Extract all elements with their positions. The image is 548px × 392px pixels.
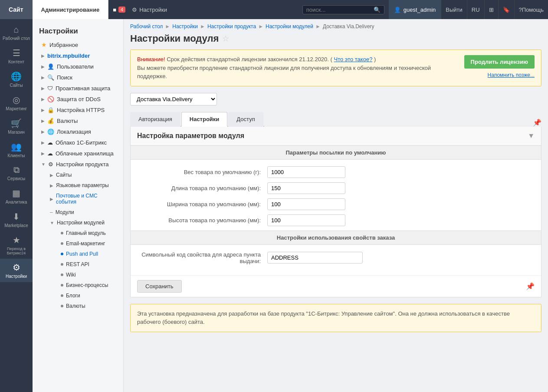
nav-settings[interactable]: ⚙ Настройки (0, 259, 33, 282)
sidebar-item-push-pull[interactable]: Push and Pull (41, 249, 123, 259)
help-label: Помощь (522, 7, 544, 13)
sidebar-item-locale[interactable]: ▶ 🌐 Локализация (33, 126, 123, 137)
width-label: Ширина товара по умолчанию (мм): (137, 201, 267, 208)
dot-wiki (61, 273, 63, 276)
sidebar-item-protection[interactable]: ▶ 🛡 Проактивная защита (33, 83, 123, 94)
pin-icon[interactable]: 📌 (533, 119, 541, 127)
sidebar-item-favorites[interactable]: ★ Избранное (33, 39, 123, 50)
pin-icon2[interactable]: 📌 (526, 282, 535, 290)
save-button[interactable]: Сохранить (137, 280, 182, 293)
nav-sites[interactable]: 🌐 Сайты (0, 68, 33, 91)
height-label: Высота товара по умолчанию (мм): (137, 217, 267, 224)
sidebar-item-modules[interactable]: – Модули (37, 207, 123, 217)
notifications-button[interactable]: ■ 4 (113, 7, 125, 13)
bookmark-icon[interactable]: 🔖 (498, 0, 514, 19)
breadcrumb-module-settings[interactable]: Настройки модулей (266, 23, 313, 30)
page-title-row: Настройки модуля ☆ (130, 33, 541, 44)
search-input[interactable] (306, 7, 371, 13)
height-input[interactable] (267, 214, 345, 226)
sidebar-item-currencies-sub[interactable]: Валюты (41, 301, 123, 311)
nav-analytics[interactable]: ▦ Аналитика (0, 184, 33, 208)
panel-header: Настройка параметров модуля ▼ (131, 127, 541, 145)
nav-clients[interactable]: 👥 Клиенты (0, 138, 33, 161)
tab-access[interactable]: Доступ (228, 112, 263, 127)
arrow-right-icon2: ▶ (41, 64, 45, 69)
panel-collapse-arrow[interactable]: ▼ (528, 132, 535, 140)
nav-content[interactable]: ☰ Контент (0, 44, 33, 68)
btn-row: Сохранить 📌 (131, 275, 541, 297)
length-label: Длина товара по умолчанию (мм): (137, 185, 267, 191)
nav-marketing[interactable]: ◎ Маркетинг (0, 91, 33, 115)
sidebar-item-email-marketing[interactable]: Email-маркетинг (41, 238, 123, 249)
warning-actions: Продлить лицензию Напомнить позже... (464, 55, 535, 78)
nav-analytics-label: Аналитика (6, 200, 27, 204)
arrow-right-sub3: ▶ (50, 197, 53, 201)
sidebar-item-sites-sub[interactable]: ▶ Сайты (37, 170, 123, 180)
sidebar-item-rest-api[interactable]: REST API (41, 259, 123, 270)
sidebar-item-cloud1c[interactable]: ▶ ☁ Облако 1С-Битрикс (33, 137, 123, 148)
nav-marketplace[interactable]: ⬇ Marketplace (0, 208, 33, 231)
user-panel[interactable]: 👤 guest_admin (389, 0, 441, 19)
sidebar-item-ddos[interactable]: ▶ 🚫 Защита от DDоS (33, 94, 123, 105)
sidebar-item-lang-params[interactable]: ▶ Языковые параметры (37, 180, 123, 191)
license-warning: Внимание! Срок действия стандартной лице… (130, 49, 541, 86)
sidebar-item-https[interactable]: ▶ 🔒 Настройка HTTPS (33, 105, 123, 115)
sidebar-sub-product: ▶ Сайты ▶ Языковые параметры ▶ Почтовые … (33, 170, 123, 311)
nav-services[interactable]: ⧉ Сервисы (0, 161, 33, 184)
breadcrumb-home[interactable]: Рабочий стол (130, 23, 163, 30)
favorite-star-icon[interactable]: ☆ (222, 34, 229, 43)
cloud-icon: ☁ (47, 139, 53, 146)
sidebar-item-product-settings[interactable]: ▼ ⚙ Настройки продукта (33, 159, 123, 170)
currency-icon: 💰 (47, 118, 54, 124)
extend-license-button[interactable]: Продлить лицензию (464, 55, 535, 69)
search-bar[interactable]: 🔍 (302, 5, 384, 14)
logout-button[interactable]: Выйти (441, 0, 467, 19)
sidebar-item-biz-processes[interactable]: Бизнес-процессы (41, 280, 123, 290)
what-is-this-link[interactable]: Что это такое? (334, 56, 373, 63)
site-button[interactable]: Сайт (0, 0, 33, 19)
length-input[interactable] (267, 182, 345, 194)
width-input[interactable] (267, 198, 345, 210)
lock-icon: 🔒 (47, 107, 54, 113)
sidebar-item-wiki[interactable]: Wiki (41, 270, 123, 280)
breadcrumb-settings[interactable]: Настройки (172, 23, 198, 30)
sidebar-item-mpbuilder[interactable]: ▶ bitrix.mpbuilder (33, 50, 123, 61)
settings-link[interactable]: ⚙ Настройки (132, 7, 167, 13)
lang-button[interactable]: RU (467, 0, 484, 19)
sidebar-item-module-settings[interactable]: ▼ Настройки модулей (37, 217, 123, 228)
sidebar-item-cloud-storage[interactable]: ▶ ☁ Облачные хранилища (33, 148, 123, 159)
tab-auth[interactable]: Авторизация (130, 112, 180, 127)
breadcrumb-sep2: ► (200, 23, 205, 30)
nav-shop-label: Магазин (8, 130, 25, 135)
help-button[interactable]: ? Помощь (514, 0, 548, 19)
module-dropdown[interactable]: Доставка Via.Delivery (130, 93, 217, 105)
top-bar-middle: ■ 4 ⚙ Настройки 🔍 (108, 5, 389, 14)
sidebar-item-search[interactable]: ▶ 🔍 Поиск (33, 72, 123, 83)
star-icon: ★ (41, 41, 47, 48)
dot-biz-processes (61, 284, 63, 287)
nav-bitrix24[interactable]: ★ Переход в Битрикс24 (0, 231, 33, 259)
sidebar-item-main-module[interactable]: Главный модуль (41, 228, 123, 238)
nav-content-label: Контент (8, 59, 24, 64)
remind-later-link[interactable]: Напомнить позже... (488, 72, 535, 78)
expand-arrow-down: ▼ (41, 162, 46, 167)
license-warning-text: Внимание! Срок действия стандартной лице… (137, 55, 458, 81)
nav-home[interactable]: ⌂ Рабочий стол (0, 21, 33, 44)
address-code-input[interactable] (267, 252, 363, 264)
tab-settings[interactable]: Настройки (181, 112, 228, 127)
shield-icon: 🛡 (47, 85, 53, 92)
nav-marketplace-label: Marketplace (4, 223, 28, 228)
admin-button[interactable]: Администрирование (33, 0, 109, 19)
sidebar-item-users[interactable]: ▶ 👤 Пользователи (33, 61, 123, 72)
weight-input[interactable] (267, 166, 345, 178)
sidebar-item-currency[interactable]: ▶ 💰 Валюты (33, 115, 123, 126)
sidebar-item-blogs[interactable]: Блоги (41, 290, 123, 301)
nav-shop[interactable]: 🛒 Магазин (0, 115, 33, 138)
height-row: Высота товара по умолчанию (мм): (137, 214, 535, 226)
content-area: Рабочий стол ► Настройки ► Настройки про… (124, 19, 548, 392)
layout-icon[interactable]: ⊞ (484, 0, 498, 19)
globe-icon: 🌐 (47, 128, 54, 135)
breadcrumb-product-settings[interactable]: Настройки продукта (207, 23, 256, 30)
sidebar-item-postal-sms[interactable]: ▶ Почтовые и СМС события (37, 191, 123, 207)
nav-sites-label: Сайты (10, 83, 23, 88)
